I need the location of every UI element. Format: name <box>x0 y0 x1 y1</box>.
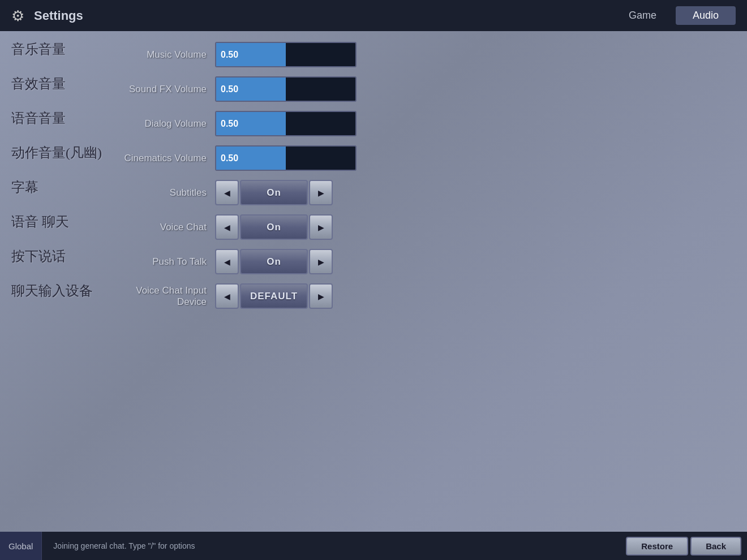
push-to-talk-value: On <box>240 249 308 274</box>
page-title: Settings <box>34 8 83 23</box>
back-button[interactable]: Back <box>690 537 741 555</box>
slider-cinematics-volume[interactable]: 0.50 <box>215 145 357 171</box>
voice-chat-input-value: DEFAULT <box>240 283 308 309</box>
toggle-push-to-talk: ◀ On ▶ <box>215 249 333 274</box>
header: ⚙ Settings Game Audio <box>0 0 747 31</box>
toggle-voice-chat-input-device: ◀ DEFAULT ▶ <box>215 283 333 309</box>
label-voice-chat: Voice Chat <box>113 222 215 233</box>
slider-dialog-volume[interactable]: 0.50 <box>215 111 357 136</box>
subtitles-prev-button[interactable]: ◀ <box>215 180 239 205</box>
status-bar: Global Joining general chat. Type "/" fo… <box>0 532 747 560</box>
volume-empty-cinematics <box>286 147 355 170</box>
toggle-subtitles: ◀ On ▶ <box>215 180 333 205</box>
header-title-area: ⚙ Settings <box>11 7 612 24</box>
setting-row-cinematics-volume: Cinematics Volume 0.50 <box>113 143 747 173</box>
status-global-label: Global <box>0 532 42 560</box>
annotation-push-to-talk: 按下说话 <box>11 249 66 263</box>
voice-chat-input-prev-button[interactable]: ◀ <box>215 283 239 309</box>
gear-icon: ⚙ <box>11 7 28 24</box>
setting-row-dialog-volume: Dialog Volume 0.50 <box>113 109 747 139</box>
setting-row-subtitles: Subtitles ◀ On ▶ <box>113 178 747 208</box>
label-cinematics-volume: Cinematics Volume <box>113 153 215 164</box>
label-push-to-talk: Push To Talk <box>113 256 215 268</box>
volume-filled-cinematics: 0.50 <box>216 147 286 170</box>
annotations-overlay: 音乐音量 音效音量 语音音量 动作音量(凡幽) 字幕 语音 聊天 按下说话 聊天… <box>11 34 102 305</box>
voice-chat-next-button[interactable]: ▶ <box>309 214 333 240</box>
setting-row-voice-chat-input-device: Voice Chat Input Device ◀ DEFAULT ▶ <box>113 281 747 311</box>
volume-empty-dialog <box>286 112 355 135</box>
volume-filled-sound-fx: 0.50 <box>216 77 286 101</box>
volume-filled-dialog: 0.50 <box>216 112 286 135</box>
label-dialog-volume: Dialog Volume <box>113 118 215 130</box>
settings-area: Music Volume 0.50 Sound FX Volume 0.50 D… <box>113 40 747 311</box>
status-actions: Restore Back <box>620 537 747 555</box>
voice-chat-value: On <box>240 214 308 240</box>
annotation-voice-chat: 语音 聊天 <box>11 215 69 229</box>
annotation-subtitles: 字幕 <box>11 180 38 194</box>
slider-sound-fx-volume[interactable]: 0.50 <box>215 76 357 102</box>
restore-button[interactable]: Restore <box>626 537 688 555</box>
label-sound-fx-volume: Sound FX Volume <box>113 84 215 95</box>
volume-filled-music: 0.50 <box>216 43 286 66</box>
voice-chat-prev-button[interactable]: ◀ <box>215 214 239 240</box>
label-subtitles: Subtitles <box>113 187 215 199</box>
header-tabs: Game Audio <box>612 6 736 25</box>
annotation-music-volume: 音乐音量 <box>11 42 66 56</box>
setting-row-music-volume: Music Volume 0.50 <box>113 40 747 70</box>
push-to-talk-next-button[interactable]: ▶ <box>309 249 333 274</box>
subtitles-next-button[interactable]: ▶ <box>309 180 333 205</box>
annotation-cinematics-volume: 动作音量(凡幽) <box>11 146 102 160</box>
label-music-volume: Music Volume <box>113 49 215 61</box>
setting-row-push-to-talk: Push To Talk ◀ On ▶ <box>113 247 747 277</box>
tab-game[interactable]: Game <box>612 6 673 25</box>
annotation-voice-chat-input: 聊天输入设备 <box>11 284 93 298</box>
label-voice-chat-input-device: Voice Chat Input Device <box>113 285 215 308</box>
slider-music-volume[interactable]: 0.50 <box>215 42 357 67</box>
voice-chat-input-next-button[interactable]: ▶ <box>309 283 333 309</box>
annotation-sound-fx-volume: 音效音量 <box>11 77 66 91</box>
annotation-dialog-volume: 语音音量 <box>11 111 66 125</box>
toggle-voice-chat: ◀ On ▶ <box>215 214 333 240</box>
subtitles-value: On <box>240 180 308 205</box>
volume-empty-music <box>286 43 355 66</box>
tab-audio[interactable]: Audio <box>676 6 736 25</box>
setting-row-sound-fx-volume: Sound FX Volume 0.50 <box>113 74 747 104</box>
volume-empty-sound-fx <box>286 77 355 101</box>
setting-row-voice-chat: Voice Chat ◀ On ▶ <box>113 212 747 242</box>
push-to-talk-prev-button[interactable]: ◀ <box>215 249 239 274</box>
status-message: Joining general chat. Type "/" for optio… <box>42 541 620 550</box>
